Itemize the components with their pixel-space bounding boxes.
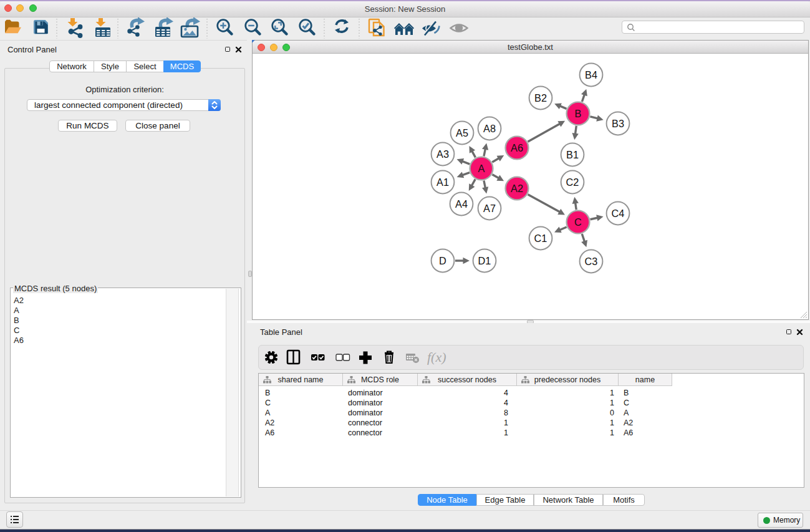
svg-text:C3: C3 [585,256,598,267]
svg-text:A6: A6 [511,142,523,153]
svg-text:A2: A2 [511,183,523,194]
svg-text:A7: A7 [483,203,496,214]
svg-text:B: B [575,108,582,119]
svg-text:f(x): f(x) [427,349,446,365]
svg-text:D: D [439,255,446,266]
svg-text:B1: B1 [566,149,579,160]
svg-text:A8: A8 [483,123,496,134]
svg-text:C1: C1 [534,233,547,244]
svg-text:C: C [574,216,582,228]
svg-text:A4: A4 [455,198,468,210]
svg-text:A5: A5 [456,127,468,138]
svg-text:C4: C4 [612,208,625,219]
svg-text:B3: B3 [612,118,624,129]
svg-text:A: A [478,163,485,174]
svg-text:D1: D1 [478,255,491,266]
svg-text:B4: B4 [585,69,597,80]
svg-text:A1: A1 [436,177,449,188]
svg-text:C2: C2 [566,177,579,188]
svg-text:B2: B2 [534,92,547,104]
svg-text:A3: A3 [436,148,449,160]
